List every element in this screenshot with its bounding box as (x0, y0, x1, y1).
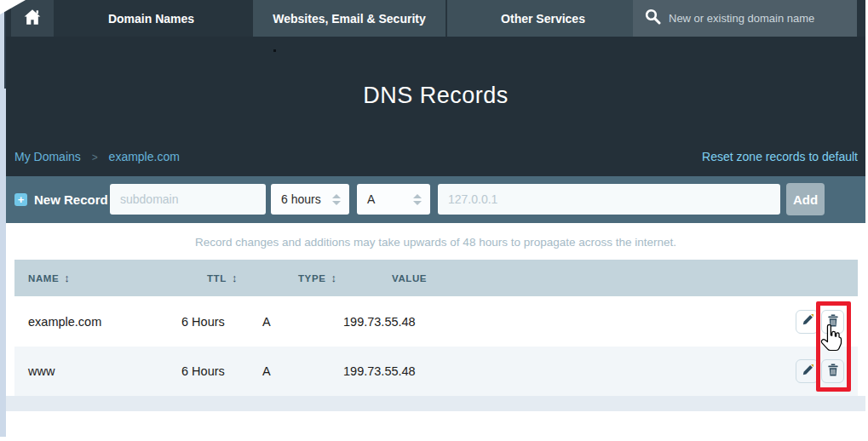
trash-icon (827, 364, 839, 379)
column-label: NAME (28, 273, 59, 284)
breadcrumb: My Domains > example.com (14, 150, 180, 163)
new-record-label: New Record (34, 192, 108, 207)
footer-band (6, 396, 865, 411)
top-navbar: Domain Names Websites, Email & Security … (6, 0, 865, 37)
cell-ttl: 6 Hours (168, 364, 249, 378)
hero-section: DNS Records My Domains > example.com Res… (6, 37, 865, 176)
page-title: DNS Records (6, 83, 865, 109)
table-header: NAME ↕ TTL ↕ TYPE ↕ VALUE (14, 260, 858, 296)
column-header-type: TYPE ↕ (249, 272, 330, 284)
breadcrumb-current-domain[interactable]: example.com (109, 150, 180, 163)
spinner-arrows-icon[interactable] (413, 194, 422, 205)
domain-search (633, 0, 857, 37)
column-header-name: NAME ↕ (14, 272, 168, 284)
row-actions (776, 310, 858, 334)
row-actions (776, 359, 858, 383)
breadcrumb-my-domains[interactable]: My Domains (14, 150, 81, 163)
cell-name: example.com (14, 315, 168, 329)
app-window: Domain Names Websites, Email & Security … (6, 0, 865, 437)
add-record-button[interactable]: Add (786, 183, 825, 215)
spinner-arrows-icon[interactable] (332, 194, 341, 205)
ttl-select-value: 6 hours (281, 192, 321, 206)
home-button[interactable] (11, 0, 54, 37)
tab-domain-names[interactable]: Domain Names (55, 0, 247, 37)
sort-icon[interactable]: ↕ (64, 272, 70, 284)
record-type-select-value: A (367, 192, 375, 206)
cell-name: www (14, 364, 168, 378)
column-label: TTL (207, 273, 227, 284)
screen-artifact-dot (273, 49, 276, 52)
record-value-input[interactable] (438, 184, 780, 215)
pencil-icon (802, 314, 813, 329)
breadcrumb-row: My Domains > example.com Reset zone reco… (14, 148, 858, 165)
delete-record-button[interactable] (821, 359, 844, 383)
cell-ttl: 6 Hours (168, 315, 249, 329)
subdomain-input[interactable] (110, 184, 266, 215)
delete-record-button[interactable] (821, 310, 844, 334)
table-row: www 6 Hours A 199.73.55.48 (14, 346, 858, 396)
cell-value: 199.73.55.48 (330, 364, 776, 378)
reset-zone-records-link[interactable]: Reset zone records to default (702, 150, 858, 163)
search-icon (645, 9, 661, 28)
propagation-notice: Record changes and additions may take up… (6, 236, 865, 249)
column-label: VALUE (392, 273, 427, 284)
ttl-select[interactable]: 6 hours (271, 184, 349, 215)
column-header-value: VALUE (330, 273, 776, 284)
domain-search-input[interactable] (669, 12, 848, 25)
record-type-select[interactable]: A (357, 184, 430, 215)
tab-other-services[interactable]: Other Services (447, 0, 639, 37)
column-label: TYPE (298, 273, 325, 284)
edit-record-button[interactable] (796, 359, 819, 383)
edit-record-button[interactable] (796, 310, 819, 334)
dns-records-table: NAME ↕ TTL ↕ TYPE ↕ VALUE example.com (14, 260, 858, 396)
screenshot-page: Domain Names Websites, Email & Security … (0, 0, 868, 441)
cell-type: A (249, 364, 330, 378)
pencil-icon (802, 364, 813, 379)
trash-icon (827, 314, 839, 329)
table-row: example.com 6 Hours A 199.73.55.48 (14, 296, 858, 346)
cell-value: 199.73.55.48 (330, 315, 776, 329)
home-icon (23, 9, 42, 29)
new-record-bar: + New Record 6 hours A Add (6, 176, 865, 223)
breadcrumb-separator: > (92, 152, 98, 163)
new-record-toggle[interactable]: + New Record (14, 176, 108, 223)
cell-type: A (249, 315, 330, 329)
tab-websites-email-security[interactable]: Websites, Email & Security (253, 0, 445, 37)
column-header-ttl: TTL ↕ (168, 272, 249, 284)
sort-icon[interactable]: ↕ (232, 272, 238, 284)
plus-icon: + (14, 193, 27, 206)
